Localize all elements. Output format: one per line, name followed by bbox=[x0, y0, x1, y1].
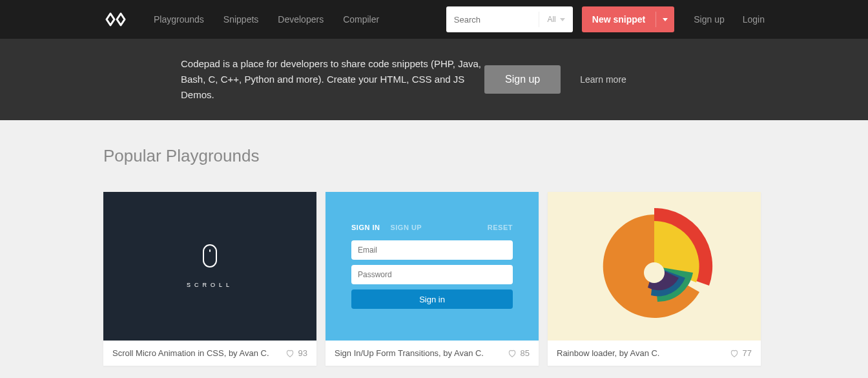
search-box: All bbox=[446, 6, 573, 32]
card-title: Rainbow loader, by Avan C. bbox=[557, 348, 730, 358]
search-filter-dropdown[interactable]: All bbox=[539, 12, 572, 27]
reset-tab: RESET bbox=[488, 224, 513, 231]
likes-count: 77 bbox=[743, 348, 752, 358]
signup-link[interactable]: Sign up bbox=[694, 14, 724, 25]
nav-compiler[interactable]: Compiler bbox=[343, 14, 379, 25]
card-title: Scroll Micro Animation in CSS, by Avan C… bbox=[112, 348, 285, 358]
hero: Codepad is a place for developers to sha… bbox=[0, 39, 868, 120]
heart-icon bbox=[508, 349, 517, 358]
auth-links: Sign up Login bbox=[694, 14, 765, 25]
codepad-logo-icon bbox=[103, 12, 128, 26]
new-snippet-dropdown[interactable] bbox=[656, 12, 674, 27]
heart-icon bbox=[285, 349, 294, 358]
nav-playgrounds[interactable]: Playgrounds bbox=[154, 14, 204, 25]
search-filter-label: All bbox=[547, 15, 555, 24]
learn-more-link[interactable]: Learn more bbox=[580, 74, 626, 85]
likes-count: 93 bbox=[298, 348, 307, 358]
form-tabs: SIGN IN SIGN UP RESET bbox=[351, 224, 513, 231]
playground-card[interactable]: Rainbow loader, by Avan C. 77 bbox=[548, 192, 761, 366]
card-title: Sign In/Up Form Transitions, by Avan C. bbox=[335, 348, 508, 358]
nav-developers[interactable]: Developers bbox=[278, 14, 324, 25]
logo[interactable] bbox=[103, 12, 128, 26]
search-input[interactable] bbox=[446, 15, 539, 25]
mouse-icon bbox=[203, 244, 217, 268]
card-footer: Scroll Micro Animation in CSS, by Avan C… bbox=[103, 341, 316, 366]
popular-section: Popular Playgrounds Scroll Scroll Micro … bbox=[0, 120, 868, 378]
svg-point-0 bbox=[644, 262, 665, 283]
nav-snippets[interactable]: Snippets bbox=[223, 14, 258, 25]
signin-tab: SIGN IN bbox=[351, 224, 380, 231]
card-likes[interactable]: 93 bbox=[285, 348, 307, 358]
card-footer: Sign In/Up Form Transitions, by Avan C. … bbox=[326, 341, 539, 366]
card-likes[interactable]: 85 bbox=[508, 348, 530, 358]
card-preview: Scroll bbox=[103, 192, 316, 341]
card-likes[interactable]: 77 bbox=[730, 348, 752, 358]
email-field bbox=[351, 240, 513, 260]
header: Playgrounds Snippets Developers Compiler… bbox=[0, 0, 868, 39]
card-grid: Scroll Scroll Micro Animation in CSS, by… bbox=[103, 192, 765, 366]
new-snippet-label[interactable]: New snippet bbox=[582, 14, 656, 25]
chevron-down-icon bbox=[663, 18, 668, 21]
heart-icon bbox=[730, 349, 739, 358]
password-field bbox=[351, 265, 513, 284]
hero-description: Codepad is a place for developers to sha… bbox=[181, 56, 484, 103]
section-title: Popular Playgrounds bbox=[103, 146, 765, 166]
nav: Playgrounds Snippets Developers Compiler bbox=[154, 14, 446, 25]
signup-tab: SIGN UP bbox=[390, 224, 422, 231]
playground-card[interactable]: SIGN IN SIGN UP RESET Sign in Sign In/Up… bbox=[326, 192, 539, 366]
signin-button: Sign in bbox=[351, 289, 513, 309]
likes-count: 85 bbox=[521, 348, 530, 358]
card-footer: Rainbow loader, by Avan C. 77 bbox=[548, 341, 761, 366]
card-preview: SIGN IN SIGN UP RESET Sign in bbox=[326, 192, 539, 341]
scroll-label: Scroll bbox=[187, 282, 233, 288]
hero-signup-button[interactable]: Sign up bbox=[484, 65, 561, 94]
login-link[interactable]: Login bbox=[743, 14, 765, 25]
card-preview bbox=[548, 192, 761, 341]
rainbow-loader-icon bbox=[590, 202, 719, 331]
new-snippet-button: New snippet bbox=[582, 6, 674, 32]
chevron-down-icon bbox=[560, 18, 565, 21]
playground-card[interactable]: Scroll Scroll Micro Animation in CSS, by… bbox=[103, 192, 316, 366]
